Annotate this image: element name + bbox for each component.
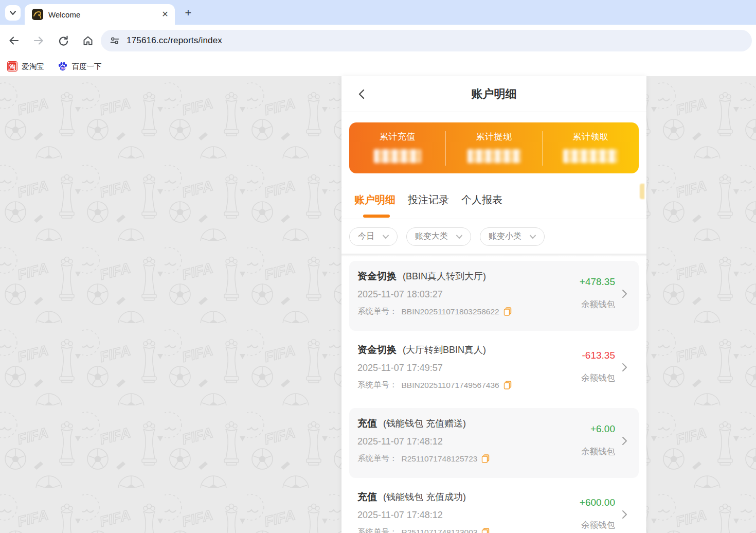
transaction-desc: (BBIN真人转到大厅) xyxy=(403,270,486,282)
wallet-label: 余额钱包 xyxy=(580,520,615,531)
transaction-amount: +600.00 xyxy=(580,497,615,508)
stat-divider xyxy=(445,131,446,166)
active-tab-underline xyxy=(363,215,390,218)
site-favicon xyxy=(32,9,43,20)
svg-text:淘: 淘 xyxy=(9,63,15,70)
bookmark-baidu[interactable]: du 百度一下 xyxy=(58,61,102,72)
tab-close-icon[interactable]: ✕ xyxy=(160,10,170,19)
home-icon xyxy=(82,34,94,47)
tab-personal-report[interactable]: 个人报表 xyxy=(461,188,502,219)
site-settings-icon[interactable] xyxy=(109,35,120,46)
copy-icon[interactable] xyxy=(481,528,490,533)
transaction-desc: (钱能钱包 充值赠送) xyxy=(383,417,466,430)
order-number: R2511071748123003 xyxy=(402,528,478,533)
stat-total-claim: 累计领取 xyxy=(542,122,639,173)
page-background: FIFA xyxy=(0,76,756,533)
url-text: 175616.cc/reports/index xyxy=(127,35,222,46)
order-number: BBIN202511071803258622 xyxy=(402,307,499,316)
stat-value-redacted xyxy=(563,149,618,163)
reload-icon xyxy=(57,34,69,47)
filter-minor-category-dropdown[interactable]: 账变小类 xyxy=(480,227,545,246)
chevron-right-icon[interactable] xyxy=(618,288,631,300)
transaction-desc: (钱能钱包 充值成功) xyxy=(383,491,466,503)
tab-bet-records[interactable]: 投注记录 xyxy=(408,188,449,219)
filter-label: 账变小类 xyxy=(489,231,521,242)
bookmark-label: 百度一下 xyxy=(72,62,102,72)
tab-search-button[interactable] xyxy=(5,5,21,21)
order-label: 系统单号： xyxy=(357,453,398,464)
filter-major-category-dropdown[interactable]: 账变大类 xyxy=(406,227,471,246)
bookmark-aitaobao[interactable]: 淘 爱淘宝 xyxy=(7,61,44,72)
stat-total-deposit: 累计充值 xyxy=(349,122,446,173)
back-arrow-icon xyxy=(8,34,20,47)
transaction-row[interactable]: 资金切换 (BBIN真人转到大厅) 2025-11-07 18:03:27 系统… xyxy=(349,261,639,331)
bookmarks-bar: 淘 爱淘宝 du 百度一下 xyxy=(0,57,756,76)
stat-label: 累计提现 xyxy=(446,131,543,143)
transaction-amount: +478.35 xyxy=(580,276,615,288)
back-button[interactable] xyxy=(7,34,21,47)
copy-icon[interactable] xyxy=(503,307,512,316)
filter-label: 账变大类 xyxy=(415,231,448,242)
chevron-right-icon[interactable] xyxy=(618,361,631,374)
address-bar[interactable]: 175616.cc/reports/index xyxy=(101,30,752,51)
wallet-label: 余额钱包 xyxy=(581,446,615,457)
transaction-type: 充值 xyxy=(357,490,377,504)
forward-arrow-icon xyxy=(32,34,45,47)
transaction-type: 资金切换 xyxy=(357,343,397,357)
order-label: 系统单号： xyxy=(357,306,398,317)
transaction-type: 充值 xyxy=(357,417,377,430)
browser-toolbar: 175616.cc/reports/index xyxy=(0,25,756,57)
transaction-time: 2025-11-07 17:48:12 xyxy=(357,436,577,447)
chevron-down-icon xyxy=(529,233,537,241)
transaction-time: 2025-11-07 18:03:27 xyxy=(357,289,577,300)
forward-button[interactable] xyxy=(32,34,45,47)
stat-total-withdraw: 累计提现 xyxy=(446,122,543,173)
new-tab-button[interactable]: + xyxy=(181,6,195,21)
filter-date-dropdown[interactable]: 今日 xyxy=(349,227,398,246)
baidu-icon: du xyxy=(58,61,68,72)
stats-section: 累计充值 累计提现 累计领取 xyxy=(341,112,646,173)
reload-button[interactable] xyxy=(57,34,70,47)
account-detail-panel: 账户明细 累计充值 累计提现 累计领取 xyxy=(341,76,646,533)
transaction-desc: (大厅转到BBIN真人) xyxy=(403,344,486,356)
filter-label: 今日 xyxy=(358,231,374,242)
transaction-row[interactable]: 充值 (钱能钱包 充值成功) 2025-11-07 17:48:12 系统单号：… xyxy=(349,482,639,533)
tab-title: Welcome xyxy=(48,10,160,19)
bookmark-label: 爱淘宝 xyxy=(22,62,44,72)
stat-value-redacted xyxy=(374,149,421,163)
stat-label: 累计领取 xyxy=(542,131,639,143)
transaction-type: 资金切换 xyxy=(357,270,397,283)
transaction-row[interactable]: 充值 (钱能钱包 充值赠送) 2025-11-07 17:48:12 系统单号：… xyxy=(349,408,639,478)
svg-text:du: du xyxy=(61,66,65,70)
filters-row: 今日 账变大类 账变小类 xyxy=(341,219,646,254)
stat-label: 累计充值 xyxy=(349,131,446,143)
order-number: BBIN202511071749567436 xyxy=(402,381,499,390)
page-title: 账户明细 xyxy=(341,76,646,112)
page-header: 账户明细 xyxy=(341,76,646,112)
chevron-right-icon[interactable] xyxy=(618,508,631,521)
chevron-down-icon xyxy=(455,233,463,241)
taobao-icon: 淘 xyxy=(7,61,17,72)
home-button[interactable] xyxy=(81,34,95,47)
tab-account-detail[interactable]: 账户明细 xyxy=(354,188,395,219)
order-label: 系统单号： xyxy=(357,380,398,390)
chevron-right-icon[interactable] xyxy=(618,435,631,447)
transaction-amount: -613.35 xyxy=(581,350,615,361)
report-tabs: 账户明细 投注记录 个人报表 xyxy=(341,188,646,219)
back-chevron-icon[interactable] xyxy=(356,88,368,100)
browser-tab-strip: Welcome ✕ + xyxy=(0,0,756,25)
stat-value-redacted xyxy=(467,149,521,163)
transaction-time: 2025-11-07 17:48:12 xyxy=(357,510,577,521)
chevron-down-icon xyxy=(382,233,390,241)
stat-divider xyxy=(542,131,543,166)
copy-icon[interactable] xyxy=(503,381,512,389)
chevron-down-icon xyxy=(9,9,16,16)
wallet-label: 余额钱包 xyxy=(580,299,615,310)
copy-icon[interactable] xyxy=(481,454,490,463)
browser-tab[interactable]: Welcome ✕ xyxy=(25,4,175,25)
transaction-row[interactable]: 资金切换 (大厅转到BBIN真人) 2025-11-07 17:49:57 系统… xyxy=(349,334,639,404)
transaction-time: 2025-11-07 17:49:57 xyxy=(357,363,577,374)
transaction-amount: +6.00 xyxy=(581,423,615,435)
transaction-list: 资金切换 (BBIN真人转到大厅) 2025-11-07 18:03:27 系统… xyxy=(341,257,646,533)
order-number: R2511071748125723 xyxy=(402,454,478,464)
